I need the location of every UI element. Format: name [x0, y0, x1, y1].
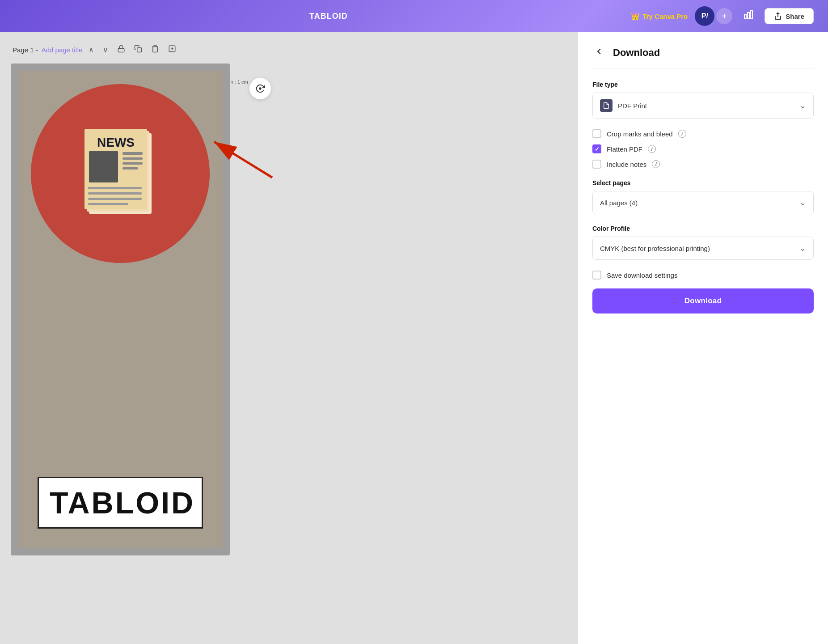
- main-area: Page 1 - Add page title ∧ ∨: [0, 32, 828, 644]
- svg-point-9: [259, 88, 261, 89]
- rotate-button[interactable]: [249, 78, 271, 99]
- header-title: TABLOID: [309, 12, 348, 21]
- duplicate-button[interactable]: [131, 43, 145, 56]
- delete-button[interactable]: [148, 43, 162, 56]
- include-notes-label: Include notes: [607, 161, 646, 168]
- svg-rect-17: [123, 162, 143, 165]
- select-pages-select[interactable]: All pages (4) ⌄: [593, 191, 813, 214]
- file-type-select[interactable]: PDF Print ⌄: [593, 93, 813, 118]
- color-profile-select[interactable]: CMYK (best for professional printing) ⌄: [593, 237, 813, 259]
- avatar-button[interactable]: P/: [695, 6, 714, 26]
- svg-rect-14: [89, 151, 118, 182]
- svg-rect-20: [88, 192, 142, 195]
- svg-rect-5: [137, 48, 142, 52]
- svg-rect-0: [744, 15, 746, 19]
- right-panel: Download File type PDF Print ⌄: [578, 32, 828, 644]
- page-title-link[interactable]: Add page title: [42, 46, 83, 54]
- include-notes-checkbox[interactable]: [592, 160, 601, 169]
- flatten-pdf-row: Flatten PDF i: [592, 144, 814, 153]
- color-chevron-down-icon: ⌄: [799, 243, 806, 253]
- crop-marks-row: Crop marks and bleed i: [592, 129, 814, 138]
- flatten-pdf-label: Flatten PDF: [607, 145, 642, 153]
- canvas-preview: NEWS: [11, 64, 230, 555]
- tabloid-text: TABLOID: [50, 486, 195, 520]
- page-down-button[interactable]: ∨: [100, 44, 111, 56]
- options-section: Crop marks and bleed i Flatten PDF i Inc…: [592, 129, 814, 169]
- color-profile-wrapper: CMYK (best for professional printing) ⌄: [592, 237, 814, 260]
- share-label: Share: [786, 13, 804, 20]
- select-pages-wrapper: All pages (4) ⌄: [592, 191, 814, 214]
- page-toolbar: Page 1 - Add page title ∧ ∨: [11, 43, 567, 56]
- select-pages-section: Select pages All pages (4) ⌄: [592, 179, 814, 214]
- analytics-button[interactable]: [739, 6, 757, 26]
- include-notes-row: Include notes i: [592, 160, 814, 169]
- news-circle: NEWS: [31, 84, 210, 263]
- page-up-button[interactable]: ∧: [86, 44, 97, 56]
- svg-rect-22: [88, 203, 128, 205]
- color-profile-label: Color Profile: [592, 225, 814, 232]
- svg-rect-15: [123, 152, 143, 155]
- tabloid-label-box: TABLOID: [38, 477, 203, 529]
- save-settings-row: Save download settings: [592, 271, 814, 280]
- back-button[interactable]: [592, 45, 606, 61]
- color-profile-value: CMYK (best for professional printing): [600, 245, 710, 252]
- svg-rect-16: [123, 157, 143, 160]
- crown-icon: 👑: [631, 12, 640, 21]
- add-page-button[interactable]: [165, 43, 179, 56]
- flatten-pdf-checkbox[interactable]: [592, 144, 601, 153]
- color-profile-section: Color Profile CMYK (best for professiona…: [592, 225, 814, 260]
- header: TABLOID 👑 Try Canva Pro P/ + Share: [0, 0, 828, 32]
- svg-rect-4: [118, 48, 125, 52]
- select-pages-value: All pages (4): [600, 199, 638, 207]
- panel-header: Download: [592, 45, 814, 68]
- save-settings-label: Save download settings: [607, 271, 677, 279]
- svg-rect-19: [88, 187, 142, 189]
- save-settings-checkbox[interactable]: [592, 271, 601, 280]
- svg-rect-2: [751, 11, 752, 19]
- crop-marks-checkbox[interactable]: [592, 129, 601, 138]
- panel-title: Download: [613, 47, 660, 59]
- file-type-select-wrapper: PDF Print ⌄: [592, 93, 814, 119]
- file-type-value: PDF Print: [618, 102, 647, 110]
- select-pages-label: Select pages: [592, 179, 814, 186]
- download-button[interactable]: Download: [592, 288, 814, 314]
- svg-rect-1: [748, 13, 749, 19]
- lock-button[interactable]: [114, 43, 128, 56]
- svg-text:NEWS: NEWS: [97, 136, 135, 149]
- chevron-down-icon: ⌄: [799, 101, 806, 110]
- page-label: Page 1 -: [13, 46, 38, 54]
- try-canva-pro-button[interactable]: 👑 Try Canva Pro: [631, 12, 688, 21]
- newspaper-svg: NEWS: [76, 124, 165, 223]
- share-button[interactable]: Share: [765, 8, 814, 24]
- add-button[interactable]: +: [716, 8, 732, 24]
- svg-rect-18: [123, 167, 138, 169]
- file-type-section: File type PDF Print ⌄: [592, 81, 814, 119]
- crop-marks-info-icon[interactable]: i: [678, 130, 686, 138]
- include-notes-info-icon[interactable]: i: [652, 160, 660, 168]
- flatten-pdf-info-icon[interactable]: i: [648, 145, 656, 153]
- pages-chevron-down-icon: ⌄: [799, 198, 806, 208]
- canvas-area: Page 1 - Add page title ∧ ∨: [0, 32, 578, 644]
- svg-rect-21: [88, 198, 142, 200]
- crop-marks-label: Crop marks and bleed: [607, 130, 673, 138]
- file-type-label: File type: [592, 81, 814, 88]
- pdf-icon: [600, 99, 613, 112]
